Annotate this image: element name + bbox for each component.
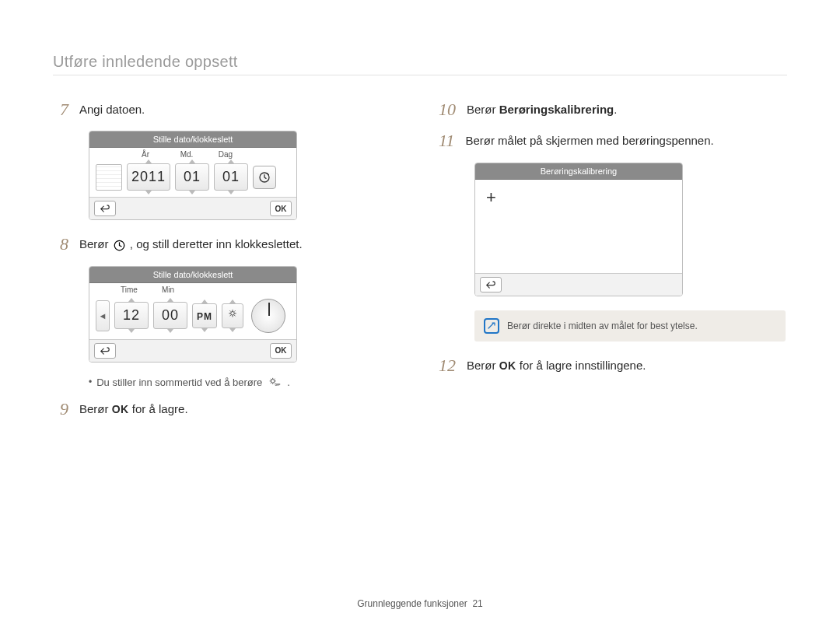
step-text: Berør målet på skjermen med berøringspen… bbox=[465, 131, 713, 149]
device-header: Stille dato/klokkeslett bbox=[89, 131, 296, 148]
step-text-before: Berør bbox=[79, 237, 112, 250]
calibration-device-screenshot: Berøringskalibrering + bbox=[474, 163, 683, 296]
clock-mode-button[interactable] bbox=[253, 166, 276, 189]
device-footer: OK bbox=[89, 339, 296, 362]
month-flip[interactable]: 01 bbox=[175, 163, 209, 191]
back-button[interactable] bbox=[94, 201, 116, 216]
svg-line-19 bbox=[275, 379, 275, 380]
page-number: 21 bbox=[472, 598, 482, 609]
ampm-value: PM bbox=[197, 311, 212, 322]
min-value: 00 bbox=[162, 307, 179, 323]
step-12: 12 Berør OK for å lagre innstillingene. bbox=[439, 356, 787, 376]
clock-icon bbox=[114, 240, 125, 251]
step-number: 8 bbox=[53, 234, 68, 254]
step-number: 7 bbox=[53, 100, 68, 120]
crosshair-target-icon[interactable]: + bbox=[486, 189, 496, 206]
day-flip[interactable]: 01 bbox=[214, 163, 248, 191]
step-text-before: Berør bbox=[79, 402, 112, 415]
month-value: 01 bbox=[184, 169, 201, 184]
device-body: + bbox=[475, 180, 682, 273]
back-button[interactable] bbox=[94, 343, 116, 359]
label-min: Min bbox=[149, 285, 187, 294]
step-text-after: , og still deretter inn klokkeslettet. bbox=[130, 237, 303, 250]
year-value: 2011 bbox=[131, 169, 166, 184]
content-columns: 7 Angi datoen. Stille dato/klokkeslett Å… bbox=[53, 100, 787, 430]
svg-line-9 bbox=[230, 315, 231, 316]
year-flip[interactable]: 2011 bbox=[127, 163, 170, 191]
svg-point-2 bbox=[231, 311, 235, 315]
footer-section-label: Grunnleggende funksjoner bbox=[357, 598, 467, 609]
step-text-before: Berør bbox=[467, 103, 499, 116]
sun-off-icon: OFF bbox=[268, 377, 281, 387]
ampm-flip[interactable]: PM bbox=[192, 303, 217, 328]
info-callout: Berør direkte i midten av målet for best… bbox=[474, 310, 786, 342]
svg-line-10 bbox=[234, 310, 235, 311]
step-text: Berør Berøringskalibrering. bbox=[467, 100, 617, 118]
label-year: År bbox=[124, 150, 167, 159]
step-text-after: for å lagre. bbox=[132, 402, 188, 415]
label-time: Time bbox=[110, 285, 149, 294]
svg-line-16 bbox=[271, 379, 271, 380]
label-day: Dag bbox=[206, 150, 245, 159]
svg-line-7 bbox=[230, 310, 231, 311]
time-device-screenshot: Stille dato/klokkeslett Time Min ◄ 12 00… bbox=[89, 266, 297, 363]
clock-icon bbox=[258, 171, 271, 184]
step-text-after: . bbox=[614, 103, 617, 116]
svg-text:OFF: OFF bbox=[275, 384, 281, 387]
bullet-icon: • bbox=[89, 377, 92, 387]
calendar-icon bbox=[96, 164, 122, 191]
step-7: 7 Angi datoen. bbox=[53, 100, 401, 120]
ok-inline-label: OK bbox=[112, 403, 129, 415]
step-text-before: Berør bbox=[467, 359, 499, 372]
min-flip[interactable]: 00 bbox=[153, 302, 187, 329]
ok-inline-label: OK bbox=[499, 359, 516, 372]
note-icon bbox=[484, 318, 499, 334]
analog-clock-icon bbox=[251, 299, 285, 333]
step-11: 11 Berør målet på skjermen med berørings… bbox=[439, 131, 787, 151]
label-month: Md. bbox=[167, 150, 206, 159]
device-header: Berøringskalibrering bbox=[475, 163, 682, 180]
hour-flip[interactable]: 12 bbox=[114, 302, 149, 329]
device-subheader: Time Min bbox=[89, 283, 296, 294]
step-9: 9 Berør OK for å lagre. bbox=[53, 399, 401, 419]
step-text-bold: Berøringskalibrering bbox=[499, 103, 614, 116]
ok-button[interactable]: OK bbox=[270, 201, 292, 216]
left-column: 7 Angi datoen. Stille dato/klokkeslett Å… bbox=[53, 100, 401, 430]
ok-label: OK bbox=[275, 205, 287, 213]
device-body: 2011 01 01 bbox=[89, 159, 296, 197]
step-number: 10 bbox=[439, 100, 456, 120]
device-body: ◄ 12 00 PM bbox=[89, 294, 296, 339]
dst-note: • Du stiller inn sommertid ved å berøre … bbox=[89, 377, 401, 388]
page-title: Utføre innledende oppsett bbox=[53, 53, 238, 71]
day-value: 01 bbox=[222, 169, 240, 184]
date-device-screenshot: Stille dato/klokkeslett År Md. Dag 2011 … bbox=[89, 131, 297, 220]
page-footer: Grunnleggende funksjoner 21 bbox=[0, 598, 840, 609]
device-subheader: År Md. Dag bbox=[89, 148, 296, 159]
note-text-before: Du stiller inn sommertid ved å berøre bbox=[96, 377, 262, 388]
back-button[interactable] bbox=[480, 277, 502, 292]
svg-line-8 bbox=[234, 315, 235, 316]
ok-label: OK bbox=[275, 346, 287, 355]
step-10: 10 Berør Berøringskalibrering. bbox=[439, 100, 787, 120]
title-rule bbox=[53, 75, 787, 75]
dst-flip[interactable] bbox=[222, 303, 243, 328]
step-text: Berør OK for å lagre. bbox=[79, 399, 188, 418]
back-icon bbox=[485, 281, 496, 289]
ok-button[interactable]: OK bbox=[270, 343, 292, 359]
step-8: 8 Berør , og still deretter inn klokkesl… bbox=[53, 234, 401, 254]
info-text: Berør direkte i midten av målet for best… bbox=[507, 321, 698, 331]
device-footer bbox=[475, 273, 682, 296]
sun-off-icon bbox=[227, 309, 238, 322]
step-text: Angi datoen. bbox=[79, 100, 145, 118]
step-text-after: for å lagre innstillingene. bbox=[520, 359, 646, 372]
note-text-after: . bbox=[287, 377, 290, 388]
step-number: 9 bbox=[53, 399, 68, 419]
svg-line-18 bbox=[271, 383, 271, 384]
svg-point-11 bbox=[271, 380, 275, 384]
back-icon bbox=[100, 347, 110, 355]
right-column: 10 Berør Berøringskalibrering. 11 Berør … bbox=[439, 100, 787, 430]
back-icon bbox=[100, 205, 110, 212]
step-number: 12 bbox=[439, 356, 456, 376]
prev-button[interactable]: ◄ bbox=[96, 300, 110, 331]
step-text: Berør OK for å lagre innstillingene. bbox=[467, 356, 646, 374]
